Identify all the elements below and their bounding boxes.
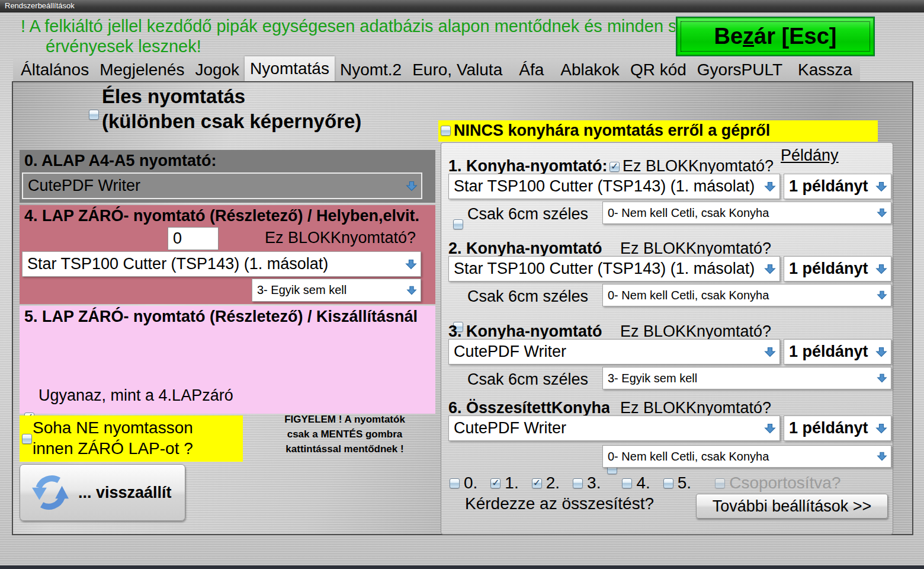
dropdown-arrow-icon	[764, 423, 776, 434]
base-printer-value: CutePDF Writer	[28, 177, 406, 195]
reset-icon	[31, 473, 70, 512]
database-warning-text: ! A felkiáltó jellel kezdődő pipák egysé…	[21, 16, 675, 56]
blokk-printer-k1-checkbox[interactable]	[609, 162, 620, 172]
never-print-label: Soha NE nyomtasson innen ZÁRÓ LAP-ot ?	[33, 417, 193, 459]
mode-2-select[interactable]: 0- Nem kell Cetli, csak Konyha	[602, 284, 891, 306]
never-print-checkbox[interactable]	[22, 434, 32, 444]
close-button[interactable]: Bezár [Esc]	[676, 17, 874, 56]
narrow-2-label: Csak 6cm széles	[467, 287, 588, 306]
narrow-1-label: Csak 6cm széles	[467, 205, 588, 223]
narrow-1-checkbox[interactable]	[453, 219, 463, 229]
tab-altalanos[interactable]: Általános	[15, 59, 94, 81]
tab-qr-kod[interactable]: QR kód	[625, 59, 692, 81]
digit-check-0: 0.	[450, 474, 477, 493]
copies-6-select[interactable]: 1 példányt	[784, 415, 891, 441]
printing-settings-panel: Éles nyomtatás (különben csak képernyőre…	[12, 81, 913, 535]
copies-2-value: 1 példányt	[789, 260, 875, 278]
section-4-title: 4. LAP ZÁRÓ- nyomtató (Részletező) / Hel…	[20, 205, 435, 227]
kitchen-printer-3-select[interactable]: CutePDF Writer	[448, 339, 780, 365]
kitchen-printer-1-select[interactable]: Star TSP100 Cutter (TSP143) (1. másolat)	[448, 174, 780, 199]
summary-kitchen-title: 6. ÖsszesítettKonyha	[448, 399, 609, 417]
tab-jogok[interactable]: Jogok	[190, 59, 245, 81]
dropdown-arrow-icon	[875, 264, 887, 274]
digit-5-checkbox[interactable]	[663, 478, 673, 488]
tab-nyomtatas[interactable]: Nyomtatás	[245, 56, 335, 81]
dropdown-arrow-icon	[764, 264, 776, 274]
window-titlebar: Rendszerbeállítások	[0, 0, 924, 12]
digit-5-label: 5.	[678, 474, 691, 493]
window-title: Rendszerbeállítások	[0, 0, 75, 12]
kitchen-printer-2-value: Star TSP100 Cutter (TSP143) (1. másolat)	[454, 260, 764, 278]
digit-4-checkbox[interactable]	[622, 478, 632, 488]
never-print-box: Soha NE nyomtasson innen ZÁRÓ LAP-ot ?	[20, 415, 243, 462]
copies-3-select[interactable]: 1 példányt	[784, 339, 891, 365]
reset-button[interactable]: ... visszaállít	[20, 464, 185, 521]
tab-euro-valuta[interactable]: Euro, Valuta	[407, 59, 508, 81]
no-kitchen-checkbox[interactable]	[441, 126, 451, 136]
section-base-printer: 0. ALAP A4-A5 nyomtató: CutePDF Writer	[20, 150, 435, 203]
mode-3-select[interactable]: 3- Egyik sem kell	[602, 367, 891, 389]
kitchen-digit-checkboxes: 0. 1. 2. 3. 4. 5.	[450, 474, 840, 493]
tab-nyomt2[interactable]: Nyomt.2	[335, 59, 407, 81]
kitchen-printer-1-title: 1. Konyha-nyomtató:	[448, 157, 608, 175]
dropdown-arrow-icon	[877, 290, 887, 300]
digit-3-label: 3.	[587, 474, 601, 493]
kitchen-printer-3-title: 3. Konyha-nyomtató	[448, 322, 602, 341]
mode-6-select[interactable]: 0- Nem kell Cetli, csak Konyha	[602, 445, 891, 468]
copies-2-select[interactable]: 1 példányt	[784, 256, 891, 282]
copies-3-value: 1 példányt	[789, 343, 875, 361]
more-settings-label: További beállítások >>	[713, 497, 872, 516]
kitchen-printer-1-value: Star TSP100 Cutter (TSP143) (1. másolat)	[454, 177, 764, 196]
kitchen-printer-2-title: 2. Konyha-nyomtató	[448, 239, 602, 258]
digit-0-checkbox[interactable]	[450, 478, 460, 488]
tab-gyorspult[interactable]: GyorsPULT	[692, 59, 788, 81]
blokk-printer-k1-label: Ez BLOKKnyomtató?	[623, 157, 774, 175]
settings-tabs: Általános Megjelenés Jogok Nyomtatás Nyo…	[13, 59, 860, 81]
tab-afa[interactable]: Áfa	[514, 59, 549, 81]
digit-1-checkbox[interactable]	[490, 478, 500, 488]
lap-zaro-4-printer-select[interactable]: Star TSP100 Cutter (TSP143) (1. másolat)	[22, 251, 421, 277]
same-as-4-label: Ugyanaz, mint a 4.LAPzáró	[38, 386, 233, 405]
mode-1-select[interactable]: 0- Nem kell Cetli, csak Konyha	[602, 202, 891, 224]
digit-4-label: 4.	[636, 474, 650, 493]
digit-3-checkbox[interactable]	[573, 478, 583, 488]
blokk-printer-k6-label: Ez BLOKKnyomtató?	[620, 399, 771, 417]
section-lap-zaro-5: 5. LAP ZÁRÓ- nyomtató (Részletező) / Kis…	[20, 306, 435, 414]
copies-column-header: Példány	[781, 146, 839, 165]
dropdown-arrow-icon	[764, 181, 776, 192]
summary-kitchen-printer-select[interactable]: CutePDF Writer	[448, 415, 780, 441]
window-bottom-edge	[0, 565, 924, 569]
kitchen-printer-2-select[interactable]: Star TSP100 Cutter (TSP143) (1. másolat)	[448, 256, 780, 282]
grouped-checkbox[interactable]	[715, 478, 725, 488]
digit-0-label: 0.	[464, 474, 477, 493]
tab-kassza[interactable]: Kassza	[793, 59, 858, 81]
kitchen-printer-3-value: CutePDF Writer	[454, 343, 764, 361]
section-lap-zaro-4: 4. LAP ZÁRÓ- nyomtató (Részletező) / Hel…	[20, 205, 435, 304]
dropdown-arrow-icon	[875, 181, 887, 192]
live-print-checkbox[interactable]	[89, 110, 99, 120]
lap-zaro-4-mode-value: 3- Egyik sem kell	[257, 283, 406, 297]
mode-3-value: 3- Egyik sem kell	[608, 372, 877, 385]
dropdown-arrow-icon	[764, 347, 776, 357]
base-printer-select[interactable]: CutePDF Writer	[22, 172, 422, 199]
offset-input[interactable]	[168, 227, 219, 250]
mode-6-value: 0- Nem kell Cetli, csak Konyha	[608, 450, 877, 463]
warning-line-1: ! A felkiáltó jellel kezdődő pipák egysé…	[21, 16, 675, 36]
digit-check-1: 1.	[490, 474, 518, 493]
kitchen-printers-panel: Példány 1. Konyha-nyomtató: Ez BLOKKnyom…	[441, 142, 893, 535]
dropdown-arrow-icon	[875, 423, 887, 434]
section-base-printer-title: 0. ALAP A4-A5 nyomtató:	[20, 150, 435, 172]
digit-check-2: 2.	[532, 474, 560, 493]
save-notice-text: FIGYELEM ! A nyomtatók csak a MENTÉS gom…	[265, 412, 425, 456]
blokk-printer-k2-label: Ez BLOKKnyomtató?	[620, 239, 771, 258]
copies-1-value: 1 példányt	[789, 177, 875, 196]
tab-megjelenes[interactable]: Megjelenés	[94, 59, 190, 81]
lap-zaro-4-mode-select[interactable]: 3- Egyik sem kell	[252, 279, 421, 302]
tab-ablakok[interactable]: Ablakok	[555, 59, 625, 81]
no-kitchen-box: NINCS konyhára nyomtatás erről a gépről	[438, 120, 878, 142]
warning-line-2: érvényesek lesznek!	[46, 36, 675, 56]
copies-6-value: 1 példányt	[789, 419, 875, 437]
digit-2-checkbox[interactable]	[532, 478, 542, 488]
copies-1-select[interactable]: 1 példányt	[784, 174, 891, 199]
more-settings-button[interactable]: További beállítások >>	[696, 494, 888, 519]
